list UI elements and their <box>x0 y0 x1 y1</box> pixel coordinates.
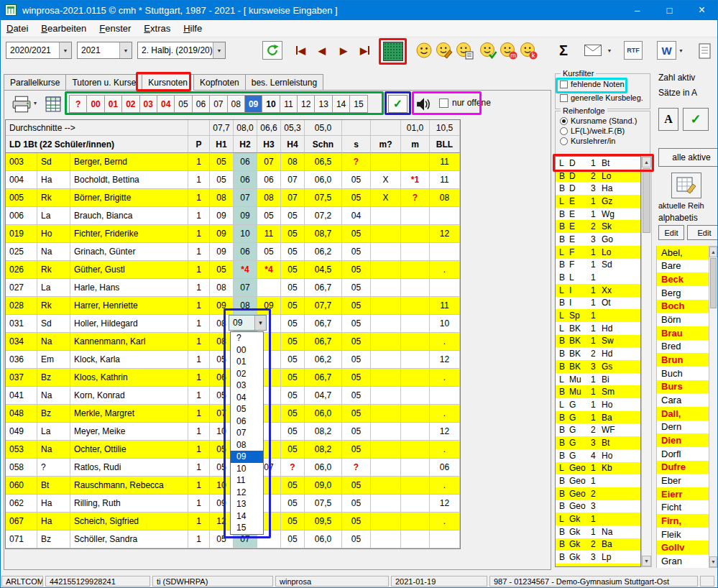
cell-s[interactable]: 05 <box>342 243 371 261</box>
cell-mq[interactable] <box>371 243 401 261</box>
grade-option[interactable]: 00 <box>231 344 263 357</box>
cell-h2[interactable]: *4 <box>234 261 257 279</box>
cell-s[interactable]: 05 <box>342 495 371 513</box>
scroll-up-button[interactable]: ▲ <box>709 247 717 257</box>
cell-bll[interactable] <box>430 530 460 548</box>
course-row[interactable]: B F 1 Sd <box>556 259 640 272</box>
cell-m[interactable] <box>401 387 430 405</box>
letter-a-button[interactable]: A <box>658 108 678 131</box>
student-button[interactable] <box>415 41 434 60</box>
cell-m[interactable] <box>401 333 430 351</box>
grade-option[interactable]: 12 <box>231 487 263 499</box>
sum-button[interactable]: Σ <box>552 41 575 60</box>
cell-bll[interactable]: 08 <box>430 189 460 207</box>
cell-m[interactable]: ? <box>401 189 430 207</box>
minimize-button[interactable]: – <box>621 0 653 20</box>
cell-m[interactable] <box>401 207 430 225</box>
scrollbar-thumb[interactable] <box>643 168 650 233</box>
cell-h4[interactable]: 05 <box>281 243 305 261</box>
cell-m[interactable] <box>401 153 430 171</box>
cell-h4[interactable]: 05 <box>281 315 305 333</box>
cell-h1[interactable]: 05 <box>210 153 234 171</box>
grade-option[interactable]: 04 <box>231 392 263 404</box>
table-row[interactable]: 028 Rk Harrer, Henriette 1 09 08 09 05 0… <box>6 297 460 315</box>
first-record-button[interactable]: ◀ <box>290 41 310 60</box>
tab[interactable]: Kursnoten <box>142 74 193 91</box>
cell-bll[interactable]: . <box>430 405 460 423</box>
cell-h4[interactable]: 05 <box>281 513 305 530</box>
report-button[interactable] <box>696 41 714 60</box>
grade-button[interactable]: 08 <box>227 95 245 113</box>
cell-h1[interactable]: 05 <box>210 261 234 279</box>
tab[interactable]: Parallelkurse <box>4 74 65 91</box>
word-button[interactable]: W <box>657 41 676 60</box>
cell-h4[interactable]: 05 <box>281 207 305 225</box>
course-row[interactable]: B D 3 Ha <box>556 182 640 195</box>
cell-h4[interactable]: 05 <box>281 279 305 297</box>
cell-m[interactable] <box>401 477 430 495</box>
cell-mq[interactable] <box>371 477 401 495</box>
course-row[interactable]: B E 3 Go <box>556 233 640 246</box>
cell-s[interactable]: ? <box>342 153 371 171</box>
grade-option[interactable]: 02 <box>231 368 263 380</box>
edit-button-2[interactable]: Edit <box>687 225 718 240</box>
course-row[interactable]: B Gk 2 Ba <box>556 538 640 551</box>
cell-mq[interactable] <box>371 333 401 351</box>
cell-h4[interactable]: 05 <box>281 530 305 548</box>
cell-m[interactable] <box>401 405 430 423</box>
print-button[interactable] <box>11 96 32 115</box>
cell-bll[interactable]: 11 <box>430 297 460 315</box>
cell-h3[interactable]: 05 <box>257 207 281 225</box>
course-row[interactable]: L F 1 Lo <box>556 246 640 259</box>
cell-h3[interactable]: *4 <box>257 261 281 279</box>
cell-mq[interactable] <box>371 351 401 369</box>
cell-m[interactable] <box>401 423 430 441</box>
cell-bll[interactable] <box>430 387 460 405</box>
cell-h1[interactable]: 09 <box>210 207 234 225</box>
grade-option[interactable]: 13 <box>231 498 263 510</box>
course-row[interactable]: B Gk 3 Lp <box>556 551 640 564</box>
cell-m[interactable] <box>401 261 430 279</box>
cell-bll[interactable]: . <box>430 369 460 387</box>
cell-s[interactable]: 04 <box>342 207 371 225</box>
cell-s[interactable]: 05 <box>342 369 371 387</box>
cell-mq[interactable] <box>371 423 401 441</box>
cell-s[interactable]: 05 <box>342 171 371 189</box>
table-row[interactable]: 019 Ho Fichter, Friderike 1 09 10 11 05 … <box>6 225 460 243</box>
course-row[interactable]: B G 3 Bt <box>556 436 640 449</box>
cell-bll[interactable]: . <box>430 333 460 351</box>
cell-h1[interactable]: 09 <box>210 243 234 261</box>
cell-mq[interactable] <box>371 207 401 225</box>
table-row[interactable]: 006 La Brauch, Bianca 1 09 09 05 05 07,2… <box>6 207 460 225</box>
cell-h4[interactable]: 05 <box>281 495 305 513</box>
cell-m[interactable] <box>401 243 430 261</box>
menu-item[interactable]: Hilfe <box>177 21 208 36</box>
cell-h2[interactable]: 06 <box>234 153 257 171</box>
chevron-down-icon[interactable]: ▼ <box>213 42 225 58</box>
cell-h4[interactable]: 05 <box>281 387 305 405</box>
cell-mq[interactable] <box>371 405 401 423</box>
grade-button[interactable]: ? <box>69 95 87 113</box>
grade-button[interactable]: 05 <box>174 95 192 113</box>
student-grade-m-button[interactable]: m <box>499 41 518 60</box>
cell-h2[interactable]: 07 <box>234 279 257 297</box>
course-row[interactable]: B BK 1 Sw <box>556 335 640 348</box>
cell-mq[interactable] <box>371 225 401 243</box>
cell-h3[interactable]: 08 <box>257 189 281 207</box>
course-row[interactable]: L Geo 1 Kb <box>556 462 640 475</box>
close-button[interactable]: × <box>686 0 718 20</box>
grade-button[interactable]: 12 <box>297 95 315 113</box>
course-scrollbar[interactable]: ▲ ▼ <box>641 156 652 567</box>
grade-option[interactable]: 15 <box>231 522 263 534</box>
cell-bll[interactable]: . <box>430 513 460 530</box>
cell-h1[interactable]: 09 <box>210 225 234 243</box>
student-list-button[interactable] <box>455 41 474 60</box>
student-edit-button[interactable] <box>435 41 454 60</box>
cell-h3[interactable]: 07 <box>257 153 281 171</box>
print-dropdown[interactable]: ▾ <box>34 100 37 106</box>
cell-s[interactable]: ? <box>342 459 371 477</box>
cell-s[interactable]: 05 <box>342 261 371 279</box>
cell-mq[interactable] <box>371 153 401 171</box>
cell-s[interactable]: 05 <box>342 530 371 548</box>
menu-item[interactable]: Extras <box>137 21 177 36</box>
